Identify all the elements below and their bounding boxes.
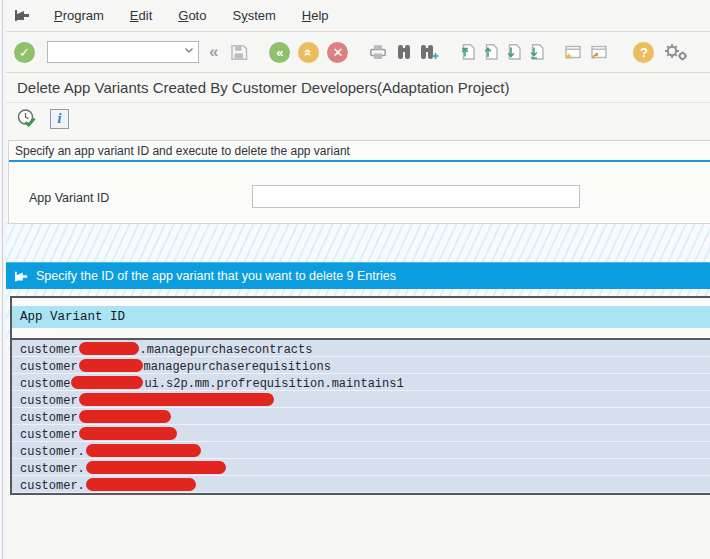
- info-button[interactable]: i: [50, 109, 69, 129]
- window-star-icon: [563, 43, 583, 61]
- question-icon: ?: [640, 42, 648, 63]
- results-title-text: Specify the ID of the app variant that y…: [36, 269, 396, 283]
- doc-page-up-icon: [482, 43, 499, 61]
- collapse-command-icon[interactable]: «: [209, 42, 217, 62]
- sap-screen-icon[interactable]: [14, 8, 31, 23]
- exit-icon: «: [298, 48, 319, 55]
- doc-first-page-icon: [459, 43, 476, 61]
- table-row[interactable]: customer: [12, 408, 710, 425]
- printer-icon: [368, 43, 388, 61]
- cancel-button[interactable]: ✕: [327, 42, 348, 63]
- menu-edit[interactable]: Edit: [117, 8, 165, 23]
- results-title-bar: Specify the ID of the app variant that y…: [6, 262, 710, 289]
- application-toolbar: i: [6, 103, 710, 135]
- help-button[interactable]: ?: [633, 42, 654, 63]
- redaction-block: [79, 342, 139, 355]
- column-header-row[interactable]: App Variant ID: [12, 306, 710, 328]
- find-next-button[interactable]: [419, 43, 439, 61]
- binoculars-plus-icon: [419, 43, 439, 61]
- section-header: Specify an app variant ID and execute to…: [9, 141, 710, 160]
- menu-system[interactable]: System: [219, 8, 288, 23]
- title-bar: Delete App Variants Created By Customer …: [6, 73, 710, 103]
- first-page-button[interactable]: [459, 43, 476, 61]
- section-rule: [9, 160, 710, 162]
- back-icon: «: [276, 42, 283, 63]
- enter-button[interactable]: ✓: [14, 42, 35, 63]
- redaction-block: [86, 478, 196, 491]
- new-session-button[interactable]: [563, 43, 583, 61]
- table-row[interactable]: customer: [12, 391, 710, 408]
- redaction-block: [79, 427, 177, 440]
- execute-clock-check-icon: [16, 108, 38, 129]
- execute-button[interactable]: [16, 108, 38, 129]
- sap-gui-window: Program Edit Goto System Help ✓ « « « ✕: [0, 0, 710, 559]
- customize-layout-button[interactable]: [664, 43, 688, 62]
- back-button[interactable]: «: [269, 42, 290, 63]
- table-row[interactable]: customer.: [12, 442, 710, 459]
- table-padding: [12, 328, 710, 338]
- binoculars-icon: [396, 43, 412, 61]
- redaction-block: [79, 393, 274, 406]
- table-row[interactable]: customeui.s2p.mm.profrequisition.maintai…: [12, 374, 710, 391]
- save-button[interactable]: [229, 43, 249, 62]
- table-row[interactable]: customer.: [12, 459, 710, 476]
- cancel-icon: ✕: [333, 42, 344, 63]
- menu-program[interactable]: Program: [41, 8, 117, 23]
- doc-page-down-icon: [505, 43, 522, 61]
- redaction-block: [79, 410, 171, 423]
- table-row[interactable]: customer: [12, 425, 710, 442]
- doc-last-page-icon: [528, 43, 545, 61]
- gears-icon: [664, 43, 688, 62]
- last-page-button[interactable]: [528, 43, 545, 61]
- command-field-wrap: [47, 41, 199, 63]
- redaction-block: [86, 461, 226, 474]
- redaction-block: [71, 376, 143, 389]
- standard-toolbar: ✓ « « « ✕: [6, 32, 710, 73]
- check-icon: ✓: [19, 42, 30, 63]
- results-table: App Variant ID customer.managepurchaseco…: [10, 296, 710, 495]
- redaction-block: [79, 359, 143, 372]
- app-variant-id-label: App Variant ID: [29, 191, 109, 205]
- results-screen-icon: [14, 270, 29, 283]
- table-row[interactable]: customermanagepurchaserequisitions: [12, 357, 710, 374]
- table-padding: [12, 298, 710, 306]
- exit-button[interactable]: «: [298, 42, 319, 63]
- find-button[interactable]: [396, 43, 412, 61]
- table-row[interactable]: customer.: [12, 476, 710, 493]
- redaction-block: [86, 444, 201, 457]
- app-variant-id-input[interactable]: [252, 185, 580, 208]
- page-down-button[interactable]: [505, 43, 522, 61]
- info-icon: i: [58, 111, 62, 127]
- print-button[interactable]: [368, 43, 388, 61]
- command-field[interactable]: [47, 41, 199, 63]
- menu-goto[interactable]: Goto: [165, 8, 219, 23]
- page-up-button[interactable]: [482, 43, 499, 61]
- menu-bar: Program Edit Goto System Help: [6, 0, 710, 32]
- window-shortcut-icon: [589, 43, 609, 61]
- screen-body: Specify an app variant ID and execute to…: [6, 134, 710, 559]
- floppy-disk-icon: [229, 43, 249, 62]
- menu-help[interactable]: Help: [289, 8, 342, 23]
- selection-groupbox: Specify an app variant ID and execute to…: [8, 140, 710, 224]
- table-row[interactable]: customer.managepurchasecontracts: [12, 340, 710, 357]
- column-header-app-variant-id: App Variant ID: [12, 310, 125, 324]
- page-title: Delete App Variants Created By Customer …: [17, 79, 509, 96]
- create-shortcut-button[interactable]: [589, 43, 609, 61]
- sap-screen-icon-svg: [14, 8, 31, 23]
